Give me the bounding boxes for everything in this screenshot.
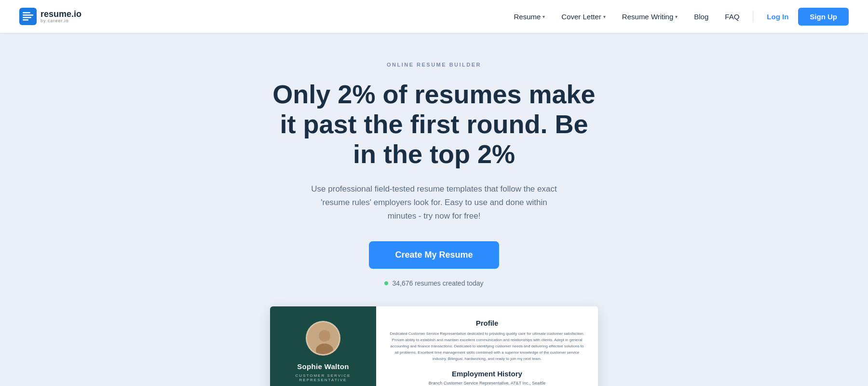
resume-profile-text: Dedicated Customer Service Representativ…	[390, 331, 584, 362]
create-resume-button[interactable]: Create My Resume	[369, 241, 499, 269]
nav-divider	[753, 11, 753, 22]
resume-right-panel: Profile Dedicated Customer Service Repre…	[376, 306, 598, 386]
nav-links: Resume ▾ Cover Letter ▾ Resume Writing ▾…	[507, 8, 849, 26]
resume-preview-container: Sophie Walton CUSTOMER SERVICEREPRESENTA…	[10, 306, 858, 386]
counter-dot-icon	[384, 281, 388, 285]
resume-employment-heading: Employment History	[390, 370, 584, 378]
nav-cover-letter[interactable]: Cover Letter ▾	[555, 9, 612, 25]
hero-subtitle: Use professional field-tested resume tem…	[309, 182, 559, 223]
hero-eyebrow: ONLINE RESUME BUILDER	[10, 62, 858, 68]
chevron-down-icon: ▾	[675, 14, 678, 19]
logo-icon	[19, 8, 37, 25]
chevron-down-icon: ▾	[603, 14, 606, 19]
nav-faq[interactable]: FAQ	[718, 9, 746, 25]
resume-preview-card: Sophie Walton CUSTOMER SERVICEREPRESENTA…	[270, 306, 598, 386]
svg-rect-0	[19, 8, 37, 25]
svg-point-6	[319, 330, 330, 342]
hero-counter: 34,676 resumes created today	[10, 279, 858, 287]
resume-left-panel: Sophie Walton CUSTOMER SERVICEREPRESENTA…	[270, 306, 376, 386]
chevron-down-icon: ▾	[542, 14, 545, 19]
svg-rect-3	[23, 17, 31, 18]
resume-profile-heading: Profile	[390, 319, 584, 327]
hero-section: ONLINE RESUME BUILDER Only 2% of resumes…	[0, 33, 868, 386]
nav-resume-writing[interactable]: Resume Writing ▾	[615, 9, 684, 25]
svg-rect-1	[23, 12, 30, 14]
svg-rect-4	[23, 19, 28, 21]
signup-button[interactable]: Sign Up	[798, 8, 849, 26]
resume-name: Sophie Walton	[297, 362, 349, 371]
resume-job-title-left: CUSTOMER SERVICEREPRESENTATIVE	[296, 373, 351, 382]
hero-title: Only 2% of resumes make it past the firs…	[265, 79, 603, 169]
resume-job-line: Branch Customer Service Representative, …	[390, 381, 584, 386]
nav-resume[interactable]: Resume ▾	[507, 9, 552, 25]
avatar-svg	[307, 322, 339, 354]
svg-rect-2	[23, 14, 33, 16]
logo-text: resume.io by career.io	[41, 10, 81, 23]
logo-sub: by career.io	[41, 18, 81, 23]
login-button[interactable]: Log In	[760, 9, 795, 25]
nav-blog[interactable]: Blog	[687, 9, 715, 25]
avatar	[306, 321, 340, 356]
logo-main: resume.io	[41, 10, 81, 18]
logo[interactable]: resume.io by career.io	[19, 8, 81, 25]
counter-text: 34,676 resumes created today	[392, 279, 483, 287]
navbar: resume.io by career.io Resume ▾ Cover Le…	[0, 0, 868, 33]
